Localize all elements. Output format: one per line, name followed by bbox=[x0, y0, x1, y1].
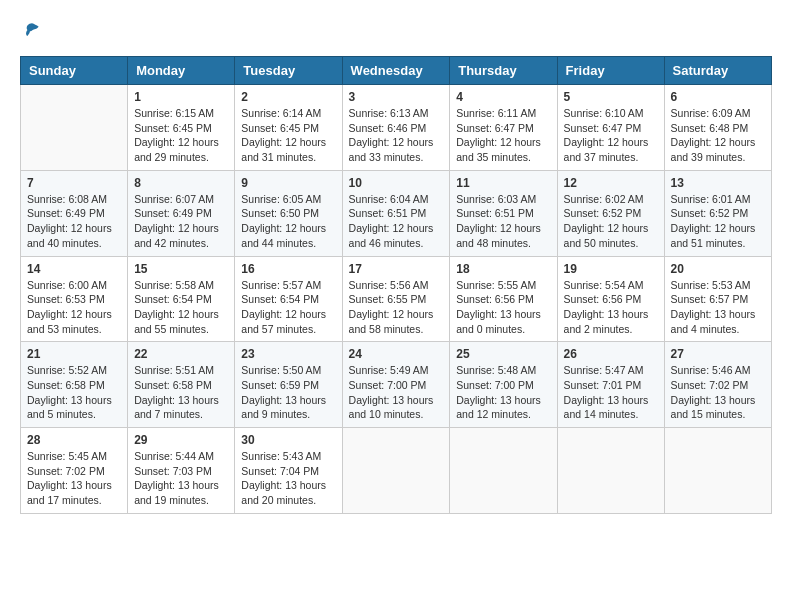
calendar-cell: 2Sunrise: 6:14 AM Sunset: 6:45 PM Daylig… bbox=[235, 85, 342, 171]
calendar-cell: 5Sunrise: 6:10 AM Sunset: 6:47 PM Daylig… bbox=[557, 85, 664, 171]
day-info: Sunrise: 5:47 AM Sunset: 7:01 PM Dayligh… bbox=[564, 363, 658, 422]
day-info: Sunrise: 6:03 AM Sunset: 6:51 PM Dayligh… bbox=[456, 192, 550, 251]
day-header-friday: Friday bbox=[557, 57, 664, 85]
calendar-week-row: 7Sunrise: 6:08 AM Sunset: 6:49 PM Daylig… bbox=[21, 170, 772, 256]
day-header-saturday: Saturday bbox=[664, 57, 771, 85]
calendar-cell: 17Sunrise: 5:56 AM Sunset: 6:55 PM Dayli… bbox=[342, 256, 450, 342]
day-number: 11 bbox=[456, 176, 550, 190]
calendar-cell: 30Sunrise: 5:43 AM Sunset: 7:04 PM Dayli… bbox=[235, 428, 342, 514]
calendar-cell: 14Sunrise: 6:00 AM Sunset: 6:53 PM Dayli… bbox=[21, 256, 128, 342]
day-number: 20 bbox=[671, 262, 765, 276]
day-info: Sunrise: 5:52 AM Sunset: 6:58 PM Dayligh… bbox=[27, 363, 121, 422]
day-number: 28 bbox=[27, 433, 121, 447]
day-info: Sunrise: 6:14 AM Sunset: 6:45 PM Dayligh… bbox=[241, 106, 335, 165]
day-info: Sunrise: 5:53 AM Sunset: 6:57 PM Dayligh… bbox=[671, 278, 765, 337]
day-info: Sunrise: 6:04 AM Sunset: 6:51 PM Dayligh… bbox=[349, 192, 444, 251]
day-info: Sunrise: 6:08 AM Sunset: 6:49 PM Dayligh… bbox=[27, 192, 121, 251]
day-number: 8 bbox=[134, 176, 228, 190]
day-info: Sunrise: 6:00 AM Sunset: 6:53 PM Dayligh… bbox=[27, 278, 121, 337]
day-number: 22 bbox=[134, 347, 228, 361]
calendar-cell: 22Sunrise: 5:51 AM Sunset: 6:58 PM Dayli… bbox=[128, 342, 235, 428]
calendar-cell: 11Sunrise: 6:03 AM Sunset: 6:51 PM Dayli… bbox=[450, 170, 557, 256]
calendar-header-row: SundayMondayTuesdayWednesdayThursdayFrid… bbox=[21, 57, 772, 85]
day-number: 1 bbox=[134, 90, 228, 104]
day-number: 16 bbox=[241, 262, 335, 276]
calendar-cell: 20Sunrise: 5:53 AM Sunset: 6:57 PM Dayli… bbox=[664, 256, 771, 342]
calendar-cell: 28Sunrise: 5:45 AM Sunset: 7:02 PM Dayli… bbox=[21, 428, 128, 514]
day-number: 4 bbox=[456, 90, 550, 104]
calendar-cell bbox=[21, 85, 128, 171]
calendar-cell: 1Sunrise: 6:15 AM Sunset: 6:45 PM Daylig… bbox=[128, 85, 235, 171]
calendar-cell bbox=[664, 428, 771, 514]
day-info: Sunrise: 5:58 AM Sunset: 6:54 PM Dayligh… bbox=[134, 278, 228, 337]
day-number: 18 bbox=[456, 262, 550, 276]
day-info: Sunrise: 5:54 AM Sunset: 6:56 PM Dayligh… bbox=[564, 278, 658, 337]
calendar-cell: 23Sunrise: 5:50 AM Sunset: 6:59 PM Dayli… bbox=[235, 342, 342, 428]
day-info: Sunrise: 6:07 AM Sunset: 6:49 PM Dayligh… bbox=[134, 192, 228, 251]
calendar-cell bbox=[342, 428, 450, 514]
day-number: 21 bbox=[27, 347, 121, 361]
day-info: Sunrise: 5:50 AM Sunset: 6:59 PM Dayligh… bbox=[241, 363, 335, 422]
calendar-week-row: 1Sunrise: 6:15 AM Sunset: 6:45 PM Daylig… bbox=[21, 85, 772, 171]
calendar-cell: 25Sunrise: 5:48 AM Sunset: 7:00 PM Dayli… bbox=[450, 342, 557, 428]
calendar-week-row: 21Sunrise: 5:52 AM Sunset: 6:58 PM Dayli… bbox=[21, 342, 772, 428]
page-header bbox=[20, 20, 772, 40]
day-info: Sunrise: 5:48 AM Sunset: 7:00 PM Dayligh… bbox=[456, 363, 550, 422]
day-number: 6 bbox=[671, 90, 765, 104]
calendar-cell: 10Sunrise: 6:04 AM Sunset: 6:51 PM Dayli… bbox=[342, 170, 450, 256]
day-info: Sunrise: 5:51 AM Sunset: 6:58 PM Dayligh… bbox=[134, 363, 228, 422]
day-number: 29 bbox=[134, 433, 228, 447]
calendar-cell bbox=[557, 428, 664, 514]
calendar-cell: 29Sunrise: 5:44 AM Sunset: 7:03 PM Dayli… bbox=[128, 428, 235, 514]
day-number: 2 bbox=[241, 90, 335, 104]
calendar-cell bbox=[450, 428, 557, 514]
day-info: Sunrise: 6:01 AM Sunset: 6:52 PM Dayligh… bbox=[671, 192, 765, 251]
day-number: 9 bbox=[241, 176, 335, 190]
calendar-cell: 15Sunrise: 5:58 AM Sunset: 6:54 PM Dayli… bbox=[128, 256, 235, 342]
day-number: 19 bbox=[564, 262, 658, 276]
day-number: 30 bbox=[241, 433, 335, 447]
day-number: 24 bbox=[349, 347, 444, 361]
logo bbox=[20, 20, 42, 40]
day-info: Sunrise: 5:46 AM Sunset: 7:02 PM Dayligh… bbox=[671, 363, 765, 422]
calendar-cell: 24Sunrise: 5:49 AM Sunset: 7:00 PM Dayli… bbox=[342, 342, 450, 428]
day-number: 12 bbox=[564, 176, 658, 190]
day-info: Sunrise: 5:43 AM Sunset: 7:04 PM Dayligh… bbox=[241, 449, 335, 508]
day-header-monday: Monday bbox=[128, 57, 235, 85]
day-info: Sunrise: 5:56 AM Sunset: 6:55 PM Dayligh… bbox=[349, 278, 444, 337]
calendar-cell: 13Sunrise: 6:01 AM Sunset: 6:52 PM Dayli… bbox=[664, 170, 771, 256]
calendar-cell: 7Sunrise: 6:08 AM Sunset: 6:49 PM Daylig… bbox=[21, 170, 128, 256]
calendar-cell: 6Sunrise: 6:09 AM Sunset: 6:48 PM Daylig… bbox=[664, 85, 771, 171]
calendar-cell: 18Sunrise: 5:55 AM Sunset: 6:56 PM Dayli… bbox=[450, 256, 557, 342]
calendar-table: SundayMondayTuesdayWednesdayThursdayFrid… bbox=[20, 56, 772, 514]
calendar-cell: 4Sunrise: 6:11 AM Sunset: 6:47 PM Daylig… bbox=[450, 85, 557, 171]
day-info: Sunrise: 5:57 AM Sunset: 6:54 PM Dayligh… bbox=[241, 278, 335, 337]
calendar-cell: 19Sunrise: 5:54 AM Sunset: 6:56 PM Dayli… bbox=[557, 256, 664, 342]
calendar-cell: 9Sunrise: 6:05 AM Sunset: 6:50 PM Daylig… bbox=[235, 170, 342, 256]
day-number: 14 bbox=[27, 262, 121, 276]
day-info: Sunrise: 6:09 AM Sunset: 6:48 PM Dayligh… bbox=[671, 106, 765, 165]
calendar-cell: 16Sunrise: 5:57 AM Sunset: 6:54 PM Dayli… bbox=[235, 256, 342, 342]
day-number: 5 bbox=[564, 90, 658, 104]
day-info: Sunrise: 6:13 AM Sunset: 6:46 PM Dayligh… bbox=[349, 106, 444, 165]
day-info: Sunrise: 6:05 AM Sunset: 6:50 PM Dayligh… bbox=[241, 192, 335, 251]
day-number: 13 bbox=[671, 176, 765, 190]
calendar-week-row: 14Sunrise: 6:00 AM Sunset: 6:53 PM Dayli… bbox=[21, 256, 772, 342]
day-header-sunday: Sunday bbox=[21, 57, 128, 85]
calendar-cell: 3Sunrise: 6:13 AM Sunset: 6:46 PM Daylig… bbox=[342, 85, 450, 171]
day-header-wednesday: Wednesday bbox=[342, 57, 450, 85]
calendar-cell: 27Sunrise: 5:46 AM Sunset: 7:02 PM Dayli… bbox=[664, 342, 771, 428]
calendar-cell: 26Sunrise: 5:47 AM Sunset: 7:01 PM Dayli… bbox=[557, 342, 664, 428]
day-info: Sunrise: 6:11 AM Sunset: 6:47 PM Dayligh… bbox=[456, 106, 550, 165]
calendar-week-row: 28Sunrise: 5:45 AM Sunset: 7:02 PM Dayli… bbox=[21, 428, 772, 514]
day-info: Sunrise: 6:10 AM Sunset: 6:47 PM Dayligh… bbox=[564, 106, 658, 165]
day-header-tuesday: Tuesday bbox=[235, 57, 342, 85]
day-number: 3 bbox=[349, 90, 444, 104]
day-number: 23 bbox=[241, 347, 335, 361]
calendar-cell: 8Sunrise: 6:07 AM Sunset: 6:49 PM Daylig… bbox=[128, 170, 235, 256]
day-number: 7 bbox=[27, 176, 121, 190]
day-number: 17 bbox=[349, 262, 444, 276]
logo-bird-icon bbox=[22, 20, 42, 40]
day-info: Sunrise: 6:02 AM Sunset: 6:52 PM Dayligh… bbox=[564, 192, 658, 251]
day-number: 25 bbox=[456, 347, 550, 361]
